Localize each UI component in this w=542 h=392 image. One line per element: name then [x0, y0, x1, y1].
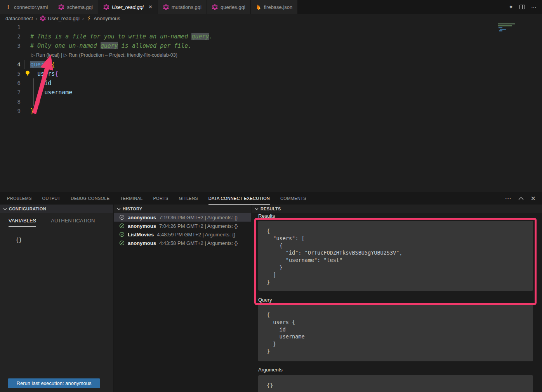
symbol-icon — [87, 16, 92, 21]
minimap-mark — [498, 25, 512, 26]
tab-label: firebase.json — [264, 4, 293, 10]
file-tab-mutations.gql[interactable]: mutations.gql — [158, 0, 207, 14]
breadcrumb-item-User_read.gql[interactable]: User_read.gql — [40, 16, 80, 21]
results-header-label: RESULTS — [261, 206, 281, 211]
history-item[interactable]: anonymous7:19:36 PM GMT+2 | Arguments: {… — [114, 213, 251, 222]
panel-tab-debug-console[interactable]: DEBUG CONSOLE — [71, 192, 110, 205]
breadcrumb: dataconnect›User_read.gql›Anonymous — [0, 14, 542, 23]
history-section: HISTORY anonymous7:19:36 PM GMT+2 | Argu… — [114, 205, 251, 392]
code-text: } — [24, 97, 41, 106]
close-icon[interactable]: ✕ — [149, 4, 153, 10]
code-line-9: 9} — [0, 106, 542, 116]
arguments-code-box: {} — [258, 375, 533, 392]
results-json: { "users": [ { "id": "OrTucFODZHTksvBSBU… — [267, 227, 528, 286]
panel-tab-bar: PROBLEMSOUTPUTDEBUG CONSOLETERMINALPORTS… — [0, 192, 542, 205]
indent-guide — [33, 78, 34, 106]
check-circle-icon — [119, 223, 125, 229]
configuration-header[interactable]: CONFIGURATION — [0, 205, 113, 213]
history-item-meta: 7:04:26 PM GMT+2 | Arguments: {} — [159, 223, 238, 229]
breadcrumb-label: dataconnect — [5, 16, 33, 21]
minimap-mark — [499, 27, 502, 28]
panel-tab-gitlens[interactable]: GITLENS — [179, 192, 198, 205]
run-production-link[interactable]: ▷ Run (Production – Project: friendly-fl… — [64, 52, 177, 58]
check-circle-icon — [119, 240, 125, 246]
history-item-meta: 4:43:58 PM GMT+2 | Arguments: {} — [159, 240, 238, 246]
history-item-name: ListMovies — [128, 232, 154, 238]
variables-value[interactable]: {} — [0, 227, 113, 243]
history-item-name: anonymous — [128, 223, 156, 229]
tab-label: mutations.gql — [172, 4, 202, 10]
code-lens: ▷ Run (local) | ▷ Run (Production – Proj… — [0, 50, 542, 60]
file-tab-User_read.gql[interactable]: User_read.gql✕ — [98, 0, 158, 14]
code-text: query { — [24, 60, 55, 69]
copilot-icon[interactable]: ✦ — [509, 4, 513, 10]
line-number: 1 — [0, 23, 24, 32]
split-editor-icon[interactable] — [519, 5, 525, 9]
line-number: 6 — [0, 78, 24, 88]
graphql-icon — [103, 4, 109, 10]
run-local-link[interactable]: ▷ Run (local) — [31, 52, 60, 58]
history-header[interactable]: HISTORY — [114, 205, 251, 213]
breadcrumb-item-dataconnect[interactable]: dataconnect — [5, 16, 33, 21]
firebase-icon — [256, 4, 261, 10]
line-number: 5 — [0, 69, 24, 78]
line-number: 2 — [0, 32, 24, 41]
panel-tab-terminal[interactable]: TERMINAL — [120, 192, 142, 205]
graphql-icon — [212, 4, 218, 10]
config-tab-variables[interactable]: VARIABLES — [9, 218, 36, 227]
panel-tab-ports[interactable]: PORTS — [153, 192, 168, 205]
results-header[interactable]: RESULTS — [252, 205, 542, 213]
history-item[interactable]: anonymous4:43:58 PM GMT+2 | Arguments: {… — [114, 239, 251, 247]
line-number: 9 — [0, 106, 24, 116]
minimap-mark — [500, 29, 506, 30]
config-tab-authentication[interactable]: AUTHENTICATION — [51, 218, 95, 227]
minimap[interactable] — [498, 23, 518, 57]
rerun-button[interactable]: Rerun last execution: anonymous — [8, 378, 100, 388]
query-label: Query — [252, 297, 272, 303]
breadcrumb-separator: › — [36, 16, 37, 21]
panel-tab-data-connect-execution[interactable]: DATA CONNECT EXECUTION — [208, 192, 270, 205]
results-section: RESULTS Results { "users": [ { "id": "Or… — [252, 205, 542, 392]
history-list: anonymous7:19:36 PM GMT+2 | Arguments: {… — [114, 213, 251, 247]
history-item-meta: 4:48:59 PM GMT+2 | Arguments: {} — [157, 232, 235, 238]
minimap-mark — [498, 23, 515, 24]
lightbulb-icon[interactable] — [25, 70, 30, 77]
query-code-box: { users { id username } } — [258, 305, 533, 361]
code-editor[interactable]: 12# This is a file for you to write an u… — [0, 23, 542, 192]
breadcrumb-label: Anonymous — [94, 16, 120, 21]
code-line-1: 1 — [0, 23, 542, 32]
code-text: username — [24, 88, 72, 97]
line-number: 3 — [0, 41, 24, 50]
results-label: Results — [252, 213, 275, 219]
line-number: 8 — [0, 97, 24, 106]
graphql-icon — [58, 4, 64, 10]
editor-actions: ✦ ⋯ — [509, 0, 542, 14]
file-tab-connector.yaml[interactable]: !connector.yaml — [0, 0, 53, 14]
panel-tab-problems[interactable]: PROBLEMS — [7, 192, 32, 205]
line-number: 4 — [0, 60, 24, 69]
code-line-4: 4query { — [0, 60, 542, 69]
more-actions-icon[interactable]: ⋯ — [505, 195, 511, 202]
breadcrumb-item-Anonymous[interactable]: Anonymous — [87, 16, 120, 21]
file-tab-firebase.json[interactable]: firebase.json — [251, 0, 298, 14]
close-icon[interactable]: ✕ — [531, 195, 536, 202]
code-line-8: 8 } — [0, 97, 542, 106]
more-actions-icon[interactable]: ⋯ — [531, 4, 537, 10]
history-item[interactable]: ListMovies4:48:59 PM GMT+2 | Arguments: … — [114, 230, 251, 239]
history-header-label: HISTORY — [123, 206, 142, 211]
file-tab-schema.gql[interactable]: schema.gql — [53, 0, 98, 14]
chevron-down-icon — [255, 208, 259, 210]
history-item-name: anonymous — [128, 215, 156, 220]
history-item[interactable]: anonymous7:04:26 PM GMT+2 | Arguments: {… — [114, 222, 251, 230]
panel-tab-comments[interactable]: COMMENTS — [280, 192, 306, 205]
code-line-2: 2# This is a file for you to write an un… — [0, 32, 542, 41]
file-tab-queries.gql[interactable]: queries.gql — [207, 0, 251, 14]
graphql-icon — [163, 4, 169, 10]
graphql-icon — [40, 16, 46, 21]
chevron-up-icon[interactable] — [518, 197, 524, 200]
tab-list: !connector.yamlschema.gqlUser_read.gql✕m… — [0, 0, 298, 14]
editor-tab-bar: !connector.yamlschema.gqlUser_read.gql✕m… — [0, 0, 542, 14]
panel-tab-output[interactable]: OUTPUT — [42, 192, 61, 205]
chevron-down-icon — [3, 208, 7, 210]
panel-tab-list: PROBLEMSOUTPUTDEBUG CONSOLETERMINALPORTS… — [7, 192, 317, 205]
